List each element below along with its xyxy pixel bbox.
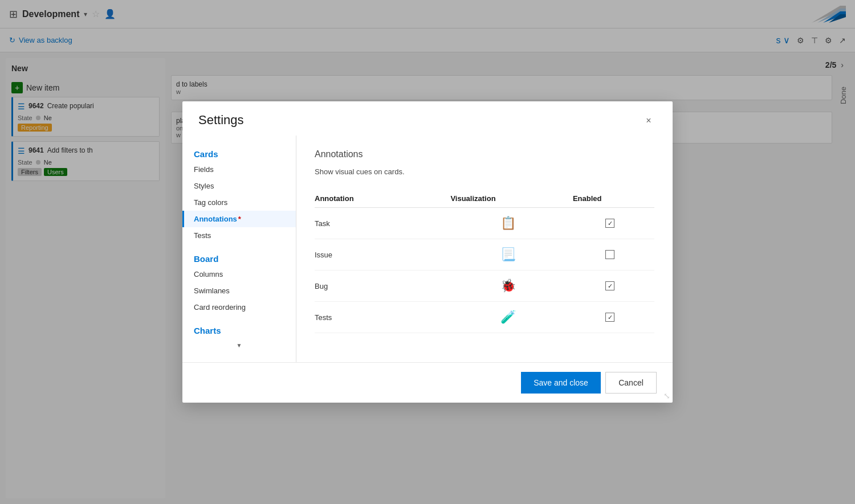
save-and-close-button[interactable]: Save and close bbox=[521, 372, 601, 394]
annotation-tests-name: Tests bbox=[315, 302, 450, 333]
bug-checkbox[interactable] bbox=[605, 281, 614, 290]
annotation-tests-viz: 🧪 bbox=[450, 302, 573, 333]
annotation-task-viz: 📋 bbox=[450, 208, 573, 239]
annotations-table: Annotation Visualization Enabled Task 📋 bbox=[315, 190, 654, 333]
annotation-bug-enabled bbox=[573, 271, 654, 302]
nav-charts-section-title: Charts bbox=[182, 321, 296, 338]
content-description: Show visual cues on cards. bbox=[315, 167, 654, 176]
annotation-task-enabled bbox=[573, 208, 654, 239]
issue-checkbox[interactable] bbox=[605, 250, 614, 259]
nav-card-reordering-label: Card reordering bbox=[194, 303, 246, 312]
col-visualization: Visualization bbox=[450, 190, 573, 208]
tests-checkbox[interactable] bbox=[605, 313, 614, 322]
nav-item-card-reordering[interactable]: Card reordering bbox=[182, 299, 296, 315]
dialog-title: Settings bbox=[198, 113, 244, 128]
annotation-bug-viz: 🐞 bbox=[450, 271, 573, 302]
nav-styles-label: Styles bbox=[194, 182, 214, 190]
task-viz-icon: 📋 bbox=[500, 216, 516, 231]
cancel-button[interactable]: Cancel bbox=[605, 372, 657, 394]
dialog-body: Cards Fields Styles Tag colors Annotatio… bbox=[182, 136, 673, 362]
col-annotation: Annotation bbox=[315, 190, 450, 208]
table-header-row: Annotation Visualization Enabled bbox=[315, 190, 654, 208]
tests-viz-icon: 🧪 bbox=[500, 310, 516, 325]
bug-checkbox-container bbox=[573, 281, 648, 290]
annotation-bug-name: Bug bbox=[315, 271, 450, 302]
task-checkbox-container bbox=[573, 219, 648, 228]
settings-content: Annotations Show visual cues on cards. A… bbox=[296, 136, 673, 362]
annotation-issue-name: Issue bbox=[315, 239, 450, 271]
nav-item-tag-colors[interactable]: Tag colors bbox=[182, 194, 296, 211]
dialog-overlay: Settings × Cards Fields Styles Tag color… bbox=[0, 0, 855, 504]
task-checkbox[interactable] bbox=[605, 219, 614, 228]
col-enabled: Enabled bbox=[573, 190, 654, 208]
table-row: Tests 🧪 bbox=[315, 302, 654, 333]
nav-item-tests[interactable]: Tests bbox=[182, 227, 296, 244]
scroll-arrow-icon: ▼ bbox=[237, 342, 242, 349]
nav-tests-label: Tests bbox=[194, 231, 211, 240]
nav-item-columns[interactable]: Columns bbox=[182, 266, 296, 282]
issue-checkbox-container bbox=[573, 250, 648, 259]
nav-cards-section-title: Cards bbox=[182, 145, 296, 161]
annotation-issue-viz: 📃 bbox=[450, 239, 573, 271]
settings-nav: Cards Fields Styles Tag colors Annotatio… bbox=[182, 136, 296, 362]
nav-annotations-asterisk: * bbox=[238, 215, 241, 223]
nav-item-styles[interactable]: Styles bbox=[182, 178, 296, 194]
nav-scroll-down-arrow[interactable]: ▼ bbox=[182, 338, 296, 353]
resize-handle[interactable]: ⤡ bbox=[663, 391, 670, 400]
tests-checkbox-container bbox=[573, 313, 648, 322]
table-row: Issue 📃 bbox=[315, 239, 654, 271]
settings-dialog: Settings × Cards Fields Styles Tag color… bbox=[182, 101, 673, 403]
table-body: Task 📋 Issue bbox=[315, 208, 654, 333]
nav-fields-label: Fields bbox=[194, 165, 214, 174]
nav-tag-colors-label: Tag colors bbox=[194, 198, 227, 207]
annotation-issue-enabled bbox=[573, 239, 654, 271]
nav-board-section-title: Board bbox=[182, 249, 296, 266]
nav-swimlanes-label: Swimlanes bbox=[194, 286, 230, 295]
dialog-header: Settings × bbox=[182, 101, 673, 136]
nav-item-swimlanes[interactable]: Swimlanes bbox=[182, 282, 296, 299]
nav-item-fields[interactable]: Fields bbox=[182, 161, 296, 178]
close-button[interactable]: × bbox=[641, 113, 657, 129]
nav-annotations-label: Annotations bbox=[194, 215, 237, 223]
nav-columns-label: Columns bbox=[194, 270, 223, 278]
content-section-title: Annotations bbox=[315, 149, 654, 159]
table-row: Bug 🐞 bbox=[315, 271, 654, 302]
annotation-tests-enabled bbox=[573, 302, 654, 333]
nav-item-annotations[interactable]: Annotations* bbox=[182, 211, 296, 227]
table-row: Task 📋 bbox=[315, 208, 654, 239]
bug-viz-icon: 🐞 bbox=[500, 278, 516, 293]
table-head: Annotation Visualization Enabled bbox=[315, 190, 654, 208]
dialog-footer: Save and close Cancel bbox=[182, 362, 673, 403]
annotation-task-name: Task bbox=[315, 208, 450, 239]
issue-viz-icon: 📃 bbox=[500, 247, 516, 262]
